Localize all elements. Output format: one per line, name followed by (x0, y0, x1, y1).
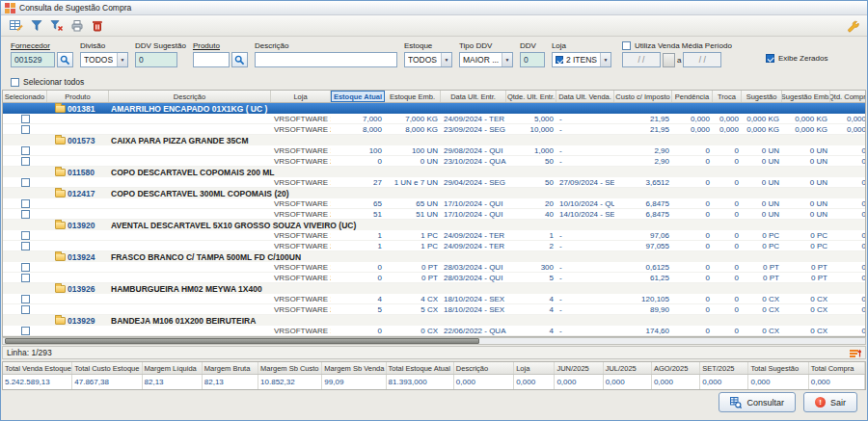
filter-icon[interactable] (27, 17, 45, 35)
store-row[interactable]: VRSOFTWARE 17,0007,000 KG24/09/2024 - TE… (3, 114, 865, 124)
column-header-custo-imposto[interactable]: Custo c/ Imposto (614, 91, 672, 102)
periodo-fim-input[interactable] (683, 52, 721, 67)
store-row[interactable]: VRSOFTWARE 100 PT28/03/2024 - QUI300-0,6… (3, 262, 865, 273)
store-row[interactable]: VRSOFTWARE 1100100 UN29/08/2024 - QUI1,0… (3, 145, 865, 156)
cell-qtd-compra: 0 (830, 209, 865, 219)
product-group-row[interactable]: 013920AVENTAL DESCARTAVEL 5X10 GROSSO SO… (3, 220, 865, 230)
estoque-select[interactable]: TODOS ▼ (404, 52, 452, 67)
column-header-data-ult-venda[interactable]: Data Ult. Venda. (556, 91, 614, 102)
title-bar: Consulta de Sugestão Compra (1, 1, 867, 15)
tools-icon[interactable] (843, 17, 861, 35)
cell-data-ult-venda: - (556, 124, 614, 134)
row-checkbox[interactable] (21, 115, 30, 123)
product-group-row[interactable]: 001573CAIXA PARA PIZZA GRANDE 35CM (3, 135, 865, 145)
store-name: VRSOFTWARE 1 (271, 230, 331, 240)
store-row[interactable]: VRSOFTWARE 25151 UN17/10/2024 - QUI4014/… (3, 209, 865, 220)
product-group-row[interactable]: 013924FRASCO BRANCO C/ TAMPA 500ML FD C/… (3, 251, 865, 262)
spacer-cell (47, 156, 271, 166)
row-checkbox[interactable] (21, 274, 30, 282)
store-row[interactable]: VRSOFTWARE 200 PT28/03/2024 - QUI5-61,25… (3, 273, 865, 283)
row-checkbox[interactable] (21, 157, 30, 166)
sort-indicator-icon[interactable] (850, 348, 861, 358)
column-header-qtde-ult-entr[interactable]: Qtde. Ult. Entr. (506, 91, 556, 102)
column-header-estoque-atual[interactable]: Estoque Atual (331, 91, 385, 102)
totals-value-cell: 82,13 (143, 375, 203, 389)
row-checkbox[interactable] (21, 178, 30, 187)
store-row[interactable]: VRSOFTWARE 16565 UN17/10/2024 - QUI2010/… (3, 198, 865, 209)
product-cell: 001573 (47, 135, 109, 145)
cell-sugestao: 0 UN (742, 156, 782, 166)
product-group-row[interactable]: 013929BANDEJA M106 01X200 BEIRUTEIRA (3, 315, 865, 326)
periodo-inicio-input[interactable] (622, 52, 661, 67)
store-name: VRSOFTWARE 2 (271, 156, 331, 166)
exibe-zerados-checkbox[interactable]: Exibe Zerados (766, 54, 828, 63)
cell-data-ult-entr: 22/06/2022 - QUA (441, 326, 506, 335)
descricao-input[interactable] (255, 52, 397, 67)
product-group-row[interactable]: 013926HAMBURGUEIRA HM02 MEYWA 1X400 (3, 283, 865, 294)
produto-lookup-button[interactable] (231, 52, 248, 67)
product-group-row[interactable]: 001381AMARRILHO ENCAPADO 01X1KG ( UC ) (3, 103, 865, 114)
row-checkbox[interactable] (21, 231, 30, 240)
sair-button[interactable]: ! Sair (803, 392, 857, 412)
filter-clear-icon[interactable] (47, 17, 66, 35)
fornecedor-label[interactable]: Fornecedor (11, 41, 73, 50)
row-checkbox[interactable] (21, 242, 30, 250)
row-checkbox[interactable] (21, 305, 30, 314)
column-header-estoque-emb[interactable]: Estoque Emb. (385, 91, 441, 102)
store-row[interactable]: VRSOFTWARE 255 CX18/10/2024 - SEX4-89,90… (3, 304, 865, 315)
column-header-loja[interactable]: Loja (271, 91, 331, 102)
hscroll-thumb[interactable] (5, 338, 479, 344)
row-checkbox[interactable] (21, 295, 30, 303)
column-header-descricao[interactable]: Descrição (109, 91, 271, 102)
ddv-sugestao-input[interactable] (135, 52, 177, 67)
row-checkbox[interactable] (21, 263, 30, 272)
store-row[interactable]: VRSOFTWARE 28,0008,000 KG23/09/2024 - SE… (3, 124, 865, 135)
product-group-row[interactable]: 012417COPO DESCARTAVEL 300ML COPOMAIS (2… (3, 188, 865, 198)
store-row[interactable]: VRSOFTWARE 200 UN23/10/2024 - QUA50-2,90… (3, 156, 865, 167)
produto-input[interactable] (193, 52, 230, 67)
ddv-input[interactable] (520, 52, 545, 67)
utiliza-venda-media-checkbox[interactable]: Utiliza Venda Média Período (622, 41, 732, 50)
store-row[interactable]: VRSOFTWARE 144 CX18/10/2024 - SEX4-120,1… (3, 294, 865, 304)
consultar-label: Consultar (746, 398, 784, 408)
product-group-row[interactable]: 011580COPO DESCARTAVEL COPOMAIS 200 ML (3, 167, 865, 177)
cell-estoque-atual: 0 (331, 273, 385, 282)
column-header-selecionado[interactable]: Selecionado (3, 91, 47, 102)
cell-troca: 0 (713, 241, 742, 250)
totals-value-cell: 47.867,38 (72, 375, 142, 389)
column-header-produto[interactable]: Produto (47, 91, 109, 102)
divisao-select[interactable]: TODOS ▼ (80, 52, 128, 67)
horizontal-scrollbar[interactable] (2, 337, 866, 345)
row-checkbox[interactable] (21, 199, 30, 208)
column-header-qtd-compra[interactable]: Qtd. Compra (830, 91, 866, 102)
totals-value-cell: 0,000 (604, 375, 652, 389)
row-checkbox[interactable] (21, 125, 30, 134)
column-header-troca[interactable]: Troca (713, 91, 742, 102)
calendar-button[interactable] (663, 53, 675, 67)
column-header-pendencia[interactable]: Pendência (672, 91, 713, 102)
row-checkbox[interactable] (21, 146, 30, 155)
cell-data-ult-entr: 28/03/2024 - QUI (441, 262, 506, 272)
product-description: FRASCO BRANCO C/ TAMPA 500ML FD C/100UN (109, 251, 865, 262)
column-header-sugestao[interactable]: Sugestão (742, 91, 782, 102)
select-all-checkbox[interactable] (11, 78, 19, 87)
store-row[interactable]: VRSOFTWARE 111 PC24/09/2024 - TER1-97,06… (3, 230, 865, 241)
print-icon[interactable] (68, 17, 86, 35)
delete-icon[interactable] (88, 17, 106, 35)
store-row[interactable]: VRSOFTWARE 100 CX22/06/2022 - QUA4-174,6… (3, 326, 865, 336)
produto-label[interactable]: Produto (193, 41, 248, 50)
grid-edit-icon[interactable] (7, 17, 25, 35)
fornecedor-input[interactable] (11, 52, 55, 67)
column-header-data-ult-entr[interactable]: Data Ult. Entr. (441, 91, 506, 102)
store-row[interactable]: VRSOFTWARE 211 PC24/09/2024 - TER2-97,05… (3, 241, 865, 251)
loja-multiselect[interactable]: 2 ITENS ▼ (552, 52, 611, 67)
row-checkbox[interactable] (21, 210, 30, 219)
cell-estoque-emb: 1 PC (385, 241, 441, 250)
consultar-button[interactable]: Consultar (719, 392, 796, 412)
tipo-ddv-select[interactable]: MAIOR ... ▼ (459, 52, 513, 67)
fornecedor-lookup-button[interactable] (57, 52, 73, 67)
column-header-sugestao-emb[interactable]: Sugestão Emb. (782, 91, 830, 102)
sair-label: Sair (830, 398, 846, 408)
row-checkbox[interactable] (21, 327, 30, 335)
store-row[interactable]: VRSOFTWARE 1271 UN e 7 UN29/04/2024 - SE… (3, 177, 865, 188)
